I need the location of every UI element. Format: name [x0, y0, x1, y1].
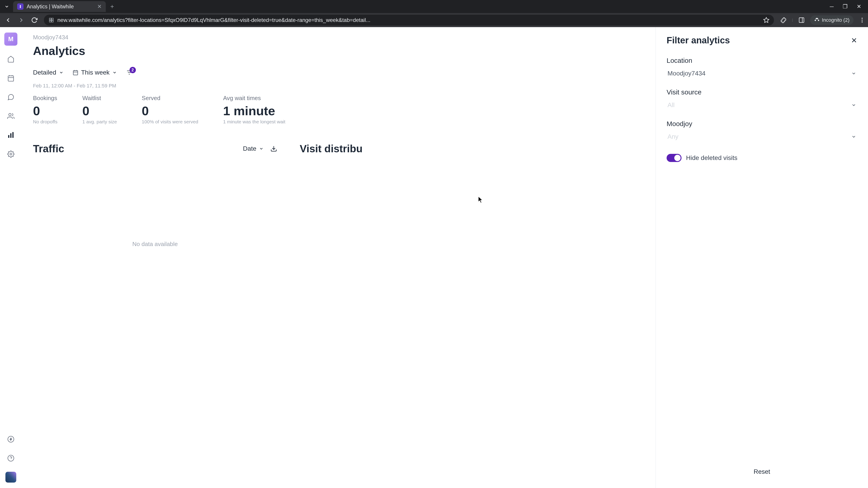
toggle-knob	[674, 155, 681, 161]
window-controls: ─ ❐ ✕	[830, 3, 866, 10]
reload-button[interactable]	[29, 15, 40, 26]
svg-point-9	[862, 22, 863, 23]
filter-location-group: Location Moodjoy7434	[666, 57, 857, 79]
svg-point-21	[8, 455, 14, 461]
filter-custom-label: Moodjoy	[666, 120, 857, 128]
site-info-icon[interactable]	[49, 17, 54, 23]
stat-sub: No dropoffs	[33, 119, 57, 125]
address-bar-row: new.waitwhile.com/analytics?filter-locat…	[0, 13, 868, 27]
section-header: Traffic Date	[33, 142, 277, 155]
stat-label: Avg wait times	[223, 95, 285, 102]
filter-custom-value: Any	[668, 133, 678, 140]
filter-footer: Reset	[666, 464, 857, 480]
no-data-text: No data available	[33, 240, 277, 248]
filter-title: Filter analytics	[666, 35, 730, 45]
tabs-dropdown-icon[interactable]	[2, 2, 11, 11]
svg-rect-3	[52, 20, 53, 22]
traffic-groupby-label: Date	[243, 145, 256, 152]
reset-button[interactable]: Reset	[754, 468, 770, 475]
stat-sub: 1 minute was the longest wait	[223, 119, 285, 125]
sidebar: M	[0, 27, 22, 488]
svg-rect-2	[49, 20, 51, 22]
hide-deleted-toggle[interactable]	[666, 154, 682, 162]
menu-icon[interactable]	[859, 17, 865, 23]
traffic-groupby-dropdown[interactable]: Date	[243, 145, 264, 152]
hide-deleted-label: Hide deleted visits	[686, 154, 737, 162]
svg-rect-15	[8, 135, 9, 138]
traffic-section: Traffic Date No data available	[33, 142, 277, 248]
stat-bookings: Bookings 0 No dropoffs	[33, 95, 57, 125]
visit-dist-title: Visit distribu	[300, 142, 365, 155]
sidebar-settings-icon[interactable]	[5, 149, 16, 160]
hide-deleted-toggle-row: Hide deleted visits	[666, 154, 857, 162]
url-text: new.waitwhile.com/analytics?filter-locat…	[57, 17, 760, 23]
stat-label: Bookings	[33, 95, 57, 102]
sidebar-users-icon[interactable]	[5, 111, 16, 122]
new-tab-button[interactable]: +	[110, 3, 114, 10]
filter-close-icon[interactable]: ✕	[851, 36, 857, 45]
sidebar-calendar-icon[interactable]	[5, 73, 16, 84]
stat-value: 1 minute	[223, 103, 285, 118]
back-button[interactable]	[3, 15, 13, 26]
tab-title: Analytics | Waitwhile	[27, 4, 94, 10]
svg-rect-16	[10, 133, 11, 138]
chevron-down-icon	[851, 134, 856, 139]
svg-rect-10	[8, 76, 13, 81]
filter-custom-select[interactable]: Any	[666, 131, 857, 142]
browser-chrome: Analytics | Waitwhile ✕ + ─ ❐ ✕ new.wait…	[0, 0, 868, 27]
address-bar[interactable]: new.waitwhile.com/analytics?filter-locat…	[44, 15, 774, 26]
filter-header: Filter analytics ✕	[666, 35, 857, 45]
section-controls: Date	[243, 145, 277, 152]
download-icon[interactable]	[270, 145, 277, 152]
org-logo-letter: M	[8, 35, 13, 43]
svg-marker-20	[10, 437, 12, 441]
org-logo[interactable]: M	[4, 33, 18, 46]
svg-rect-23	[73, 70, 78, 75]
minimize-icon[interactable]: ─	[830, 3, 834, 10]
extensions-icon[interactable]	[780, 17, 786, 23]
sidebar-home-icon[interactable]	[5, 54, 16, 65]
sidebar-help-icon[interactable]	[5, 453, 16, 464]
browser-tab[interactable]: Analytics | Waitwhile ✕	[13, 1, 106, 12]
app: M Moodjoy7434 Analytics	[0, 27, 868, 488]
filter-count-badge: 2	[129, 67, 136, 73]
visit-distribution-section: Visit distribu	[300, 142, 365, 155]
sidebar-analytics-icon[interactable]	[5, 130, 16, 140]
user-avatar[interactable]	[5, 472, 16, 483]
tab-close-icon[interactable]: ✕	[97, 3, 102, 10]
filter-visit-source-group: Visit source All	[666, 88, 857, 111]
filter-location-value: Moodjoy7434	[668, 70, 706, 77]
sidebar-lightning-icon[interactable]	[5, 434, 16, 445]
close-window-icon[interactable]: ✕	[857, 3, 861, 10]
view-mode-label: Detailed	[33, 69, 56, 76]
maximize-icon[interactable]: ❐	[843, 3, 848, 10]
panel-icon[interactable]	[798, 17, 805, 23]
stat-waitlist: Waitlist 0 1 avg. party size	[82, 95, 117, 125]
star-icon[interactable]	[763, 17, 770, 23]
stat-value: 0	[82, 103, 117, 118]
chevron-down-icon	[112, 70, 117, 75]
traffic-title: Traffic	[33, 142, 64, 155]
chevron-down-icon	[59, 70, 64, 75]
sidebar-messages-icon[interactable]	[5, 92, 16, 103]
filter-panel: Filter analytics ✕ Location Moodjoy7434 …	[655, 27, 868, 488]
filter-visit-source-select[interactable]: All	[666, 99, 857, 111]
view-mode-dropdown[interactable]: Detailed	[33, 69, 64, 76]
filter-visit-source-value: All	[668, 101, 675, 109]
incognito-badge[interactable]: Incognito (2)	[810, 15, 854, 25]
incognito-label: Incognito (2)	[822, 17, 849, 23]
date-range-label: This week	[81, 69, 110, 76]
filter-location-label: Location	[666, 57, 857, 64]
svg-rect-17	[12, 132, 13, 138]
filter-location-select[interactable]: Moodjoy7434	[666, 68, 857, 79]
calendar-icon	[72, 70, 79, 75]
forward-button[interactable]	[16, 15, 27, 26]
filter-button[interactable]: 2	[126, 69, 133, 76]
svg-point-7	[862, 18, 863, 19]
svg-point-14	[9, 113, 11, 116]
date-range-dropdown[interactable]: This week	[72, 69, 117, 76]
svg-point-8	[862, 20, 863, 21]
chevron-down-icon	[851, 71, 856, 76]
chevron-down-icon	[259, 147, 264, 151]
svg-rect-1	[52, 18, 53, 20]
